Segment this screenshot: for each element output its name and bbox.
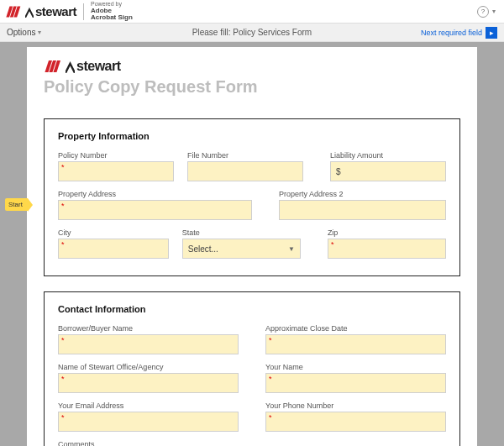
brand-wordmark: stewart [35,4,76,18]
chevron-down-icon: ▼ [288,245,295,253]
help-dropdown-icon[interactable]: ▾ [492,8,496,15]
stripes-icon [44,60,64,73]
caret-up-icon [25,6,34,18]
label-file-number: File Number [187,151,303,160]
brand-divider [83,3,84,20]
chevron-down-icon: ▾ [38,29,41,36]
label-your-name: Your Name [265,363,446,371]
input-borrower[interactable] [58,334,239,354]
document-viewport: Start stewart Policy Copy Request Form P… [0,42,504,446]
form-page: stewart Policy Copy Request Form Propert… [27,47,477,446]
caret-up-icon [66,60,75,73]
options-label: Options [7,28,35,37]
brand-bar: stewart Powered by Adobe Acrobat Sign ? … [0,0,504,24]
state-placeholder: Select... [188,244,218,254]
label-comments: Comments [58,440,446,446]
label-city: City [58,228,169,237]
label-zip: Zip [328,228,446,237]
section-title: Property Information [58,131,446,141]
options-menu[interactable]: Options ▾ [7,28,41,37]
stripes-icon [5,6,24,18]
label-state: State [182,228,301,237]
label-office: Name of Stewart Office/Agency [58,363,239,371]
input-policy-number[interactable] [58,161,174,181]
document-logo-text: stewart [76,59,121,74]
toolbar: Options ▾ Please fill: Policy Services F… [0,24,504,42]
powered-by: Powered by Adobe Acrobat Sign [91,1,133,22]
select-state[interactable]: Select... ▼ [182,239,301,259]
powered-by-adobe: Adobe [91,7,112,14]
label-liability-amount: Liability Amount [330,151,446,160]
powered-by-sign: Acrobat Sign [91,13,133,21]
input-office[interactable] [58,373,239,393]
help-icon[interactable]: ? [477,6,489,18]
label-policy-number: Policy Number [58,151,174,160]
input-property-address[interactable] [58,200,252,220]
input-property-address2[interactable] [279,200,446,220]
label-close-date: Approximate Close Date [265,324,446,333]
section-property-info: Property Information Policy Number File … [44,118,460,276]
input-liability-amount[interactable]: $ [330,161,446,181]
label-property-address2: Property Address 2 [279,190,446,198]
document-title: Policy Copy Request Form [44,77,460,97]
input-city[interactable] [58,239,169,259]
liability-value: $ [336,167,341,176]
input-your-email[interactable] [58,412,239,432]
label-your-email: Your Email Address [58,401,239,410]
label-property-address: Property Address [58,190,252,198]
section-title: Contact Information [58,304,446,314]
next-required-button[interactable]: ▸ [486,27,497,39]
document-logo: stewart [44,59,460,74]
input-your-name[interactable] [265,373,446,393]
label-borrower: Borrower/Buyer Name [58,324,239,333]
input-file-number[interactable] [187,161,303,181]
label-your-phone: Your Phone Number [265,401,446,410]
stewart-logo: stewart [5,4,76,18]
next-required-link[interactable]: Next required field [421,29,482,37]
input-your-phone[interactable] [265,412,446,432]
section-contact-info: Contact Information Borrower/Buyer Name … [44,291,460,446]
start-tab[interactable]: Start [5,198,28,211]
input-zip[interactable] [328,239,446,259]
input-close-date[interactable] [265,334,446,354]
